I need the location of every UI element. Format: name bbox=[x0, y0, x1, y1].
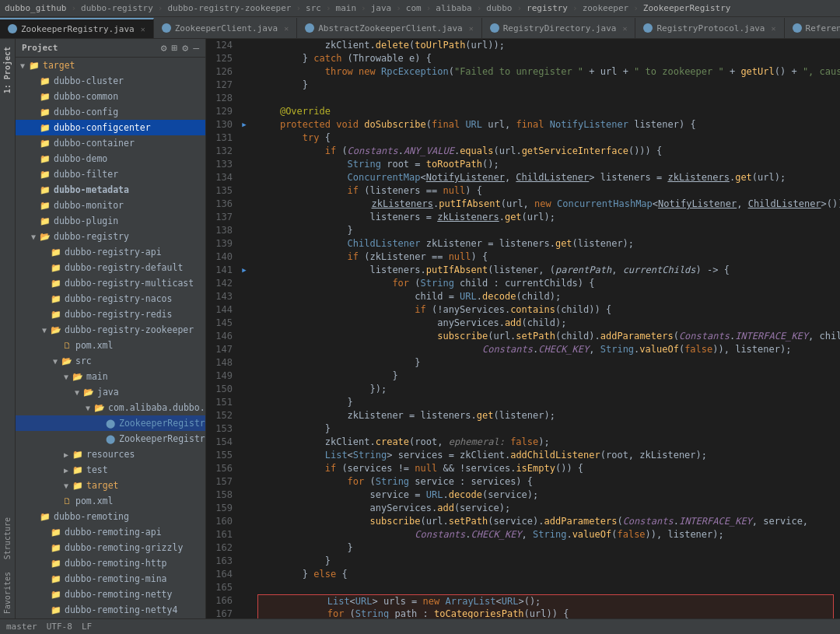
tree-item-label: dubbo-configcenter bbox=[54, 122, 151, 133]
tree-item-registry-zookeeper[interactable]: ▼ 📂 dubbo-registry-zookeeper bbox=[16, 322, 205, 338]
editor-area: 1241251261271281291301311321331341351361… bbox=[206, 39, 840, 618]
breadcrumb-item[interactable]: main bbox=[336, 3, 357, 13]
tab-registry-directory[interactable]: RegistryDirectory.java ✕ bbox=[482, 18, 636, 38]
tree-item-dubbo-remoting[interactable]: 📁 dubbo-remoting bbox=[16, 509, 205, 524]
tree-item-dubbo-filter[interactable]: 📁 dubbo-filter bbox=[16, 166, 205, 182]
breadcrumb-item[interactable]: dubbo-registry-zookeeper bbox=[167, 3, 291, 13]
project-tab[interactable]: 1: Project bbox=[2, 42, 13, 98]
tree-item-main[interactable]: ▼ 📂 main bbox=[16, 369, 205, 384]
tree-item-dubbo-configcenter[interactable]: 📁 dubbo-configcenter bbox=[16, 120, 205, 135]
tree-item-remoting-mina[interactable]: 📁 dubbo-remoting-mina bbox=[16, 571, 205, 587]
breadcrumb-item[interactable]: dubbo_github bbox=[5, 3, 66, 13]
close-icon[interactable]: ✕ bbox=[772, 24, 776, 33]
tree-item-dubbo-container[interactable]: 📁 dubbo-container bbox=[16, 135, 205, 151]
close-icon[interactable]: ✕ bbox=[622, 24, 627, 33]
line-number: 153 bbox=[211, 422, 233, 436]
tree-item-remoting-grizzly[interactable]: 📁 dubbo-remoting-grizzly bbox=[16, 540, 205, 555]
folder-open-icon: 📂 bbox=[93, 401, 106, 414]
tree-item-remoting-api[interactable]: 📁 dubbo-remoting-api bbox=[16, 524, 205, 540]
tree-item-java[interactable]: ▼ 📂 java bbox=[16, 384, 205, 400]
close-icon[interactable]: ✕ bbox=[284, 24, 289, 33]
java-class-icon: ⬤ bbox=[104, 433, 117, 445]
tree-item-dubbo-metadata[interactable]: 📁 dubbo-metadata bbox=[16, 182, 205, 198]
tree-item-dubbo-monitor[interactable]: 📁 dubbo-monitor bbox=[16, 198, 205, 213]
breadcrumb-sep: › bbox=[71, 3, 76, 13]
tree-item-registry-multicast[interactable]: 📁 dubbo-registry-multicast bbox=[16, 275, 205, 291]
tree-item-zookeeper-registry-file[interactable]: ⬤ ZookeeperRegistry bbox=[16, 415, 205, 431]
breadcrumb-item[interactable]: dubbo-registry bbox=[81, 3, 153, 13]
tree-item-label: dubbo-remoting-grizzly bbox=[65, 542, 183, 553]
breadcrumb-item[interactable]: src bbox=[306, 3, 321, 13]
tree-item-label: dubbo-remoting-mina bbox=[65, 573, 167, 584]
breadcrumb-item[interactable]: ZookeeperRegistry bbox=[643, 3, 731, 13]
breadcrumb-item[interactable]: alibaba bbox=[436, 3, 471, 13]
tree-item-dubbo-cluster[interactable]: 📁 dubbo-cluster bbox=[16, 73, 205, 89]
tree-item-target-root[interactable]: ▼ 📁 target bbox=[16, 58, 205, 73]
tree-item-pom-xml-2[interactable]: 🗋 pom.xml bbox=[16, 493, 205, 509]
tab-zookeeper-client[interactable]: ZookeeperClient.java ✕ bbox=[154, 18, 297, 38]
code-area[interactable]: zkClient.delete(toUrlPath(url)); } catch… bbox=[251, 39, 840, 618]
line-number: 165 bbox=[211, 581, 233, 594]
tree-item-registry-default[interactable]: 📁 dubbo-registry-default bbox=[16, 260, 205, 275]
line-number: 131 bbox=[211, 131, 233, 145]
tree-arrow: ▼ bbox=[39, 326, 50, 335]
tree-item-registry-api[interactable]: 📁 dubbo-registry-api bbox=[16, 244, 205, 260]
settings-icon[interactable]: ⚙ bbox=[161, 42, 167, 54]
close-icon[interactable]: ✕ bbox=[469, 24, 474, 33]
tree-item-remoting-netty4[interactable]: 📁 dubbo-remoting-netty4 bbox=[16, 602, 205, 618]
tree-item-dubbo-demo[interactable]: 📁 dubbo-demo bbox=[16, 151, 205, 166]
tree-item-registry-redis[interactable]: 📁 dubbo-registry-redis bbox=[16, 306, 205, 322]
tree-item-src[interactable]: ▼ 📂 src bbox=[16, 353, 205, 369]
gear-icon[interactable]: ⚙ bbox=[182, 42, 188, 54]
tree-item-pom-xml-1[interactable]: 🗋 pom.xml bbox=[16, 338, 205, 353]
line-number: 144 bbox=[211, 303, 233, 317]
tree-item-label: dubbo-registry-zookeeper bbox=[65, 324, 194, 335]
tree-item-dubbo-registry[interactable]: ▼ 📂 dubbo-registry bbox=[16, 229, 205, 244]
tree-item-label: resources bbox=[86, 449, 135, 460]
folder-icon: 📁 bbox=[39, 152, 51, 165]
tree-item-dubbo-plugin[interactable]: 📁 dubbo-plugin bbox=[16, 213, 205, 229]
folder-open-icon: 📂 bbox=[50, 324, 62, 336]
breadcrumb-item[interactable]: registry bbox=[527, 3, 568, 13]
tree-item-dubbo-config[interactable]: 📁 dubbo-config bbox=[16, 104, 205, 120]
tree-item-label: dubbo-common bbox=[54, 91, 118, 102]
tab-reference-config[interactable]: ReferenceC... ✕ bbox=[785, 18, 840, 38]
tree-item-remoting-netty[interactable]: 📁 dubbo-remoting-netty bbox=[16, 587, 205, 602]
tab-zookeeper-registry[interactable]: ZookeeperRegistry.java ✕ bbox=[0, 18, 154, 38]
tree-item-remoting-http[interactable]: 📁 dubbo-remoting-http bbox=[16, 555, 205, 571]
breadcrumb-item[interactable]: com bbox=[406, 3, 422, 13]
tree-item-dubbo-common[interactable]: 📁 dubbo-common bbox=[16, 89, 205, 104]
structure-tab[interactable]: Structure bbox=[2, 513, 13, 564]
tree-item-target[interactable]: ▼ 📁 target bbox=[16, 478, 205, 493]
tab-abstract-zookeeper[interactable]: AbstractZookeeperClient.java ✕ bbox=[297, 18, 481, 38]
tree-item-label: dubbo-remoting-netty bbox=[65, 589, 172, 600]
line-number: 158 bbox=[211, 489, 233, 502]
layout-icon[interactable]: ⊞ bbox=[172, 42, 178, 54]
gutter-mark: ▶ bbox=[237, 264, 251, 277]
folder-open-icon: 📂 bbox=[39, 230, 51, 243]
tab-registry-protocol[interactable]: RegistryProtocol.java ✕ bbox=[635, 18, 784, 38]
tree-item-label: ZookeeperRegistryI... bbox=[119, 433, 205, 444]
tree-item-zookeeper-registryi[interactable]: ⬤ ZookeeperRegistryI... bbox=[16, 431, 205, 447]
code-line: if (listeners == null) { bbox=[257, 184, 834, 198]
folder-icon: 📁 bbox=[50, 573, 62, 585]
code-line: } bbox=[257, 79, 834, 92]
tree-item-test[interactable]: ▶ 📁 test bbox=[16, 462, 205, 478]
tree-item-label: dubbo-registry-default bbox=[65, 262, 183, 273]
breadcrumb-item[interactable]: zookeeper bbox=[583, 3, 629, 13]
code-line: anyServices.add(child); bbox=[257, 317, 834, 330]
favorites-tab[interactable]: Favorites bbox=[2, 567, 13, 618]
tree-item-label: dubbo-config bbox=[54, 107, 118, 117]
code-line: if (!anyServices.contains(child)) { bbox=[257, 303, 834, 317]
tree-item-resources[interactable]: ▶ 📁 resources bbox=[16, 447, 205, 462]
breadcrumb-item[interactable]: java bbox=[371, 3, 392, 13]
close-sidebar-icon[interactable]: — bbox=[193, 42, 199, 54]
folder-icon: 📁 bbox=[28, 59, 40, 72]
tree-item-package[interactable]: ▼ 📂 com.alibaba.dubbo.reg... bbox=[16, 400, 205, 415]
close-icon[interactable]: ✕ bbox=[141, 25, 145, 33]
tree-item-registry-nacos[interactable]: 📁 dubbo-registry-nacos bbox=[16, 291, 205, 306]
folder-icon: 📁 bbox=[39, 199, 51, 212]
tree-arrow: ▶ bbox=[61, 466, 72, 475]
breadcrumb-item[interactable]: dubbo bbox=[486, 3, 512, 13]
folder-icon: 📁 bbox=[39, 106, 51, 118]
